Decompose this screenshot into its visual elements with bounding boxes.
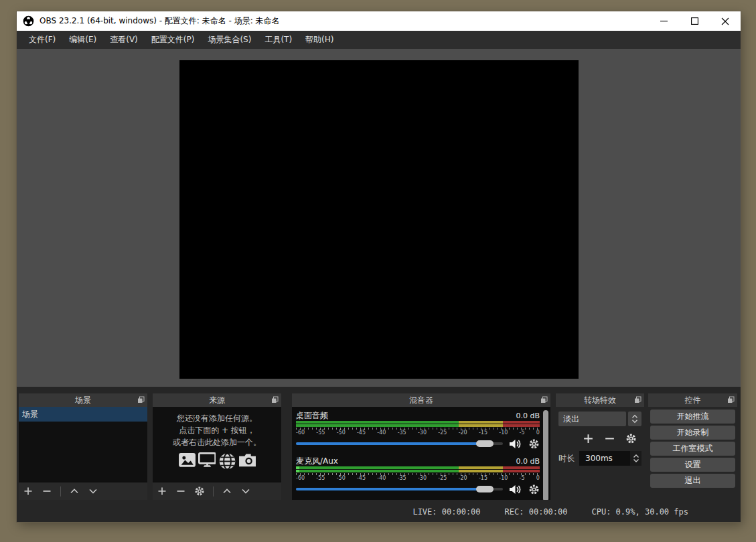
status-live-time: LIVE: 00:00:00 bbox=[412, 507, 480, 517]
scenes-panel-header: 场景 bbox=[19, 393, 147, 407]
volume-slider[interactable] bbox=[296, 442, 503, 445]
volume-meter: -60-55-50-45-40-35-30-25-20-15-10-50 bbox=[296, 421, 540, 436]
obs-logo-icon bbox=[23, 15, 34, 27]
mute-speaker-icon[interactable] bbox=[509, 484, 522, 495]
sources-panel-header: 来源 bbox=[153, 393, 281, 407]
title-bar[interactable]: OBS 23.2.1 (64-bit, windows) - 配置文件: 未命名… bbox=[17, 11, 741, 31]
source-up-icon[interactable] bbox=[222, 486, 232, 496]
toolbar-divider bbox=[213, 486, 214, 496]
scenes-toolbar bbox=[19, 482, 147, 500]
channel-name: 桌面音频 bbox=[296, 410, 328, 422]
remove-source-icon[interactable] bbox=[175, 486, 186, 496]
add-source-icon[interactable] bbox=[157, 486, 167, 496]
source-down-icon[interactable] bbox=[240, 486, 251, 496]
mixer-channel-desktop-audio: 桌面音频 0.0 dB -60-55-50-45-40-35-30-25-20-… bbox=[296, 410, 540, 451]
source-type-icons bbox=[153, 452, 281, 468]
transitions-panel: 转场特效 淡出 时长 300ms bbox=[556, 393, 644, 500]
remove-transition-icon[interactable] bbox=[604, 433, 615, 444]
mute-speaker-icon[interactable] bbox=[509, 438, 522, 450]
controls-panel: 控件 开始推流 开始录制 工作室模式 设置 退出 bbox=[648, 393, 737, 500]
minimize-button[interactable] bbox=[648, 11, 679, 31]
preview-area bbox=[17, 49, 741, 387]
channel-settings-gear-icon[interactable] bbox=[528, 438, 540, 450]
camera-source-icon bbox=[238, 452, 256, 468]
scene-up-icon[interactable] bbox=[69, 486, 80, 496]
panel-float-icon bbox=[271, 396, 279, 403]
menu-edit[interactable]: 编辑(E) bbox=[62, 31, 103, 49]
transition-select[interactable]: 淡出 bbox=[558, 412, 626, 426]
duration-input[interactable]: 300ms bbox=[579, 451, 641, 466]
maximize-button[interactable] bbox=[679, 11, 710, 31]
meter-scale: -60-55-50-45-40-35-30-25-20-15-10-50 bbox=[296, 430, 540, 436]
sources-empty-area[interactable]: 您还没有添加任何源。 点击下面的 + 按钮， 或者右击此处添加一个。 bbox=[153, 407, 281, 482]
scenes-panel: 场景 场景 bbox=[19, 393, 147, 500]
dock-area: 场景 场景 来源 bbox=[17, 387, 741, 502]
menu-scene-collection[interactable]: 场景集合(S) bbox=[201, 31, 258, 49]
transition-select-spinner[interactable] bbox=[628, 412, 641, 426]
minimize-icon bbox=[660, 17, 668, 25]
menu-help[interactable]: 帮助(H) bbox=[299, 31, 340, 49]
menu-file[interactable]: 文件(F) bbox=[22, 31, 62, 49]
duration-spinner[interactable] bbox=[630, 451, 641, 466]
channel-db-value: 0.0 dB bbox=[516, 412, 540, 420]
menu-tools[interactable]: 工具(T) bbox=[258, 31, 299, 49]
scene-list: 场景 bbox=[19, 407, 147, 482]
controls-panel-header: 控件 bbox=[648, 393, 737, 407]
status-cpu-fps: CPU: 0.9%, 30.00 fps bbox=[592, 507, 689, 517]
panel-float-icon bbox=[540, 396, 548, 403]
settings-button[interactable]: 设置 bbox=[650, 458, 735, 472]
start-streaming-button[interactable]: 开始推流 bbox=[650, 410, 735, 424]
browser-source-icon bbox=[218, 452, 236, 468]
add-transition-icon[interactable] bbox=[583, 433, 594, 444]
channel-name: 麦克风/Aux bbox=[296, 456, 338, 467]
sources-panel-title: 来源 bbox=[209, 395, 225, 406]
maximize-icon bbox=[691, 17, 698, 25]
sources-empty-line3: 或者右击此处添加一个。 bbox=[153, 436, 281, 448]
controls-panel-title: 控件 bbox=[685, 395, 701, 406]
volume-slider-handle[interactable] bbox=[476, 486, 494, 492]
transitions-panel-title: 转场特效 bbox=[584, 395, 616, 406]
close-icon bbox=[721, 17, 729, 25]
scene-down-icon[interactable] bbox=[88, 486, 98, 496]
transitions-panel-header: 转场特效 bbox=[556, 393, 644, 407]
sources-empty-line2: 点击下面的 + 按钮， bbox=[153, 424, 281, 436]
studio-mode-button[interactable]: 工作室模式 bbox=[650, 442, 735, 456]
sources-empty-line1: 您还没有添加任何源。 bbox=[153, 412, 281, 424]
sources-toolbar bbox=[153, 482, 281, 500]
volume-meter: -60-55-50-45-40-35-30-25-20-15-10-50 bbox=[296, 466, 540, 482]
mixer-panel-title: 混音器 bbox=[409, 395, 433, 406]
mixer-panel: 混音器 桌面音频 0.0 dB -60-55-50- bbox=[292, 393, 550, 500]
toolbar-divider bbox=[60, 486, 61, 496]
channel-db-value: 0.0 dB bbox=[516, 457, 540, 466]
obs-window: OBS 23.2.1 (64-bit, windows) - 配置文件: 未命名… bbox=[17, 11, 741, 522]
status-rec-time: REC: 00:00:00 bbox=[505, 507, 568, 517]
start-recording-button[interactable]: 开始录制 bbox=[650, 426, 735, 440]
volume-slider[interactable] bbox=[296, 488, 503, 490]
mixer-scrollbar[interactable] bbox=[543, 410, 548, 500]
panel-float-icon bbox=[634, 396, 641, 403]
transition-properties-gear-icon[interactable] bbox=[625, 433, 637, 444]
channel-settings-gear-icon[interactable] bbox=[528, 484, 540, 495]
add-scene-icon[interactable] bbox=[23, 486, 33, 496]
display-source-icon bbox=[198, 452, 216, 468]
menu-bar: 文件(F) 编辑(E) 查看(V) 配置文件(P) 场景集合(S) 工具(T) … bbox=[17, 31, 741, 49]
menu-profile[interactable]: 配置文件(P) bbox=[145, 31, 202, 49]
sources-panel: 来源 您还没有添加任何源。 点击下面的 + 按钮， 或者右击此处添加一个。 bbox=[153, 393, 281, 500]
duration-label: 时长 bbox=[558, 453, 575, 464]
scenes-panel-title: 场景 bbox=[75, 395, 91, 406]
image-source-icon bbox=[178, 452, 196, 468]
close-button[interactable] bbox=[710, 11, 741, 31]
volume-slider-handle[interactable] bbox=[476, 440, 494, 447]
mixer-panel-header: 混音器 bbox=[292, 393, 550, 407]
status-bar: LIVE: 00:00:00 REC: 00:00:00 CPU: 0.9%, … bbox=[17, 502, 741, 522]
source-properties-gear-icon[interactable] bbox=[194, 486, 205, 496]
menu-view[interactable]: 查看(V) bbox=[103, 31, 145, 49]
preview-canvas bbox=[179, 60, 579, 379]
remove-scene-icon[interactable] bbox=[42, 486, 52, 496]
scene-list-item[interactable]: 场景 bbox=[19, 407, 147, 422]
mixer-channel-mic-aux: 麦克风/Aux 0.0 dB -60-55-50-45-40-35-30-25-… bbox=[296, 456, 540, 496]
window-title: OBS 23.2.1 (64-bit, windows) - 配置文件: 未命名… bbox=[40, 15, 648, 27]
exit-button[interactable]: 退出 bbox=[650, 474, 735, 488]
panel-float-icon bbox=[137, 396, 145, 403]
meter-scale: -60-55-50-45-40-35-30-25-20-15-10-50 bbox=[296, 475, 540, 482]
